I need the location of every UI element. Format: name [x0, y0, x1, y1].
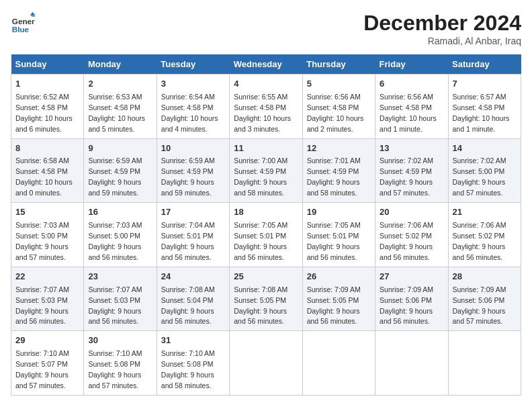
calendar-cell: 13Sunrise: 7:02 AMSunset: 4:59 PMDayligh…	[375, 138, 448, 203]
calendar-week-3: 15Sunrise: 7:03 AMSunset: 5:00 PMDayligh…	[11, 203, 521, 267]
day-info: Sunrise: 7:06 AMSunset: 5:02 PMDaylight:…	[380, 221, 433, 261]
calendar-cell: 12Sunrise: 7:01 AMSunset: 4:59 PMDayligh…	[302, 138, 375, 203]
page-header: General Blue December 2024 Ramadi, Al An…	[11, 11, 521, 46]
logo: General Blue	[11, 11, 35, 35]
weekday-header-saturday: Saturday	[448, 54, 521, 75]
calendar-cell: 21Sunrise: 7:06 AMSunset: 5:02 PMDayligh…	[448, 203, 521, 267]
day-info: Sunrise: 7:08 AMSunset: 5:05 PMDaylight:…	[234, 285, 287, 326]
calendar-cell: 27Sunrise: 7:09 AMSunset: 5:06 PMDayligh…	[375, 267, 448, 331]
calendar-cell: 4Sunrise: 6:55 AMSunset: 4:58 PMDaylight…	[230, 75, 302, 139]
day-number: 20	[380, 206, 443, 219]
day-info: Sunrise: 7:09 AMSunset: 5:05 PMDaylight:…	[307, 285, 361, 326]
day-info: Sunrise: 6:52 AMSunset: 4:58 PMDaylight:…	[15, 93, 73, 133]
day-info: Sunrise: 7:10 AMSunset: 5:08 PMDaylight:…	[161, 349, 215, 390]
day-info: Sunrise: 7:10 AMSunset: 5:08 PMDaylight:…	[88, 349, 142, 390]
day-number: 4	[234, 78, 298, 91]
day-number: 31	[161, 334, 225, 347]
calendar-cell: 10Sunrise: 6:59 AMSunset: 4:59 PMDayligh…	[157, 138, 229, 203]
calendar-cell: 30Sunrise: 7:10 AMSunset: 5:08 PMDayligh…	[84, 331, 157, 396]
day-info: Sunrise: 6:57 AMSunset: 4:58 PMDaylight:…	[453, 93, 510, 133]
calendar-cell: 14Sunrise: 7:02 AMSunset: 5:00 PMDayligh…	[448, 138, 521, 203]
calendar-cell: 24Sunrise: 7:08 AMSunset: 5:04 PMDayligh…	[157, 267, 229, 331]
day-info: Sunrise: 7:03 AMSunset: 5:00 PMDaylight:…	[15, 221, 69, 261]
day-info: Sunrise: 6:56 AMSunset: 4:58 PMDaylight:…	[307, 93, 364, 133]
day-info: Sunrise: 7:06 AMSunset: 5:02 PMDaylight:…	[453, 221, 506, 261]
calendar-table: SundayMondayTuesdayWednesdayThursdayFrid…	[11, 54, 521, 396]
calendar-cell	[230, 331, 302, 396]
day-number: 19	[307, 206, 371, 219]
calendar-cell: 2Sunrise: 6:53 AMSunset: 4:58 PMDaylight…	[84, 75, 157, 139]
calendar-cell	[302, 331, 375, 396]
day-number: 22	[15, 271, 79, 283]
day-info: Sunrise: 7:08 AMSunset: 5:04 PMDaylight:…	[161, 285, 215, 326]
calendar-cell: 7Sunrise: 6:57 AMSunset: 4:58 PMDaylight…	[448, 75, 521, 139]
day-number: 3	[161, 78, 225, 91]
day-number: 11	[234, 142, 298, 155]
calendar-cell: 29Sunrise: 7:10 AMSunset: 5:07 PMDayligh…	[11, 331, 84, 396]
day-number: 8	[15, 142, 79, 155]
weekday-header-wednesday: Wednesday	[230, 54, 302, 75]
calendar-cell: 11Sunrise: 7:00 AMSunset: 4:59 PMDayligh…	[230, 138, 302, 203]
calendar-cell: 25Sunrise: 7:08 AMSunset: 5:05 PMDayligh…	[230, 267, 302, 331]
day-number: 10	[161, 142, 225, 155]
day-number: 9	[88, 142, 152, 155]
day-number: 1	[15, 78, 79, 91]
calendar-week-4: 22Sunrise: 7:07 AMSunset: 5:03 PMDayligh…	[11, 267, 521, 331]
day-number: 27	[380, 271, 443, 283]
calendar-cell	[375, 331, 448, 396]
calendar-cell: 1Sunrise: 6:52 AMSunset: 4:58 PMDaylight…	[11, 75, 84, 139]
day-info: Sunrise: 7:02 AMSunset: 5:00 PMDaylight:…	[453, 156, 506, 197]
day-info: Sunrise: 7:03 AMSunset: 5:00 PMDaylight:…	[88, 221, 142, 261]
day-info: Sunrise: 7:05 AMSunset: 5:01 PMDaylight:…	[307, 221, 361, 261]
calendar-week-5: 29Sunrise: 7:10 AMSunset: 5:07 PMDayligh…	[11, 331, 521, 396]
month-title: December 2024	[363, 11, 521, 36]
day-number: 23	[88, 271, 152, 283]
calendar-cell: 5Sunrise: 6:56 AMSunset: 4:58 PMDaylight…	[302, 75, 375, 139]
day-info: Sunrise: 6:54 AMSunset: 4:58 PMDaylight:…	[161, 93, 218, 133]
calendar-cell: 8Sunrise: 6:58 AMSunset: 4:58 PMDaylight…	[11, 138, 84, 203]
calendar-cell: 18Sunrise: 7:05 AMSunset: 5:01 PMDayligh…	[230, 203, 302, 267]
day-number: 25	[234, 271, 298, 283]
calendar-cell: 16Sunrise: 7:03 AMSunset: 5:00 PMDayligh…	[84, 203, 157, 267]
day-number: 30	[88, 334, 152, 347]
day-info: Sunrise: 6:59 AMSunset: 4:59 PMDaylight:…	[161, 156, 215, 197]
calendar-week-1: 1Sunrise: 6:52 AMSunset: 4:58 PMDaylight…	[11, 75, 521, 139]
day-info: Sunrise: 7:02 AMSunset: 4:59 PMDaylight:…	[380, 156, 433, 197]
logo-icon: General Blue	[11, 11, 35, 35]
day-number: 24	[161, 271, 225, 283]
day-number: 15	[15, 206, 79, 219]
weekday-header-friday: Friday	[375, 54, 448, 75]
weekday-header-monday: Monday	[84, 54, 157, 75]
day-number: 14	[453, 142, 517, 155]
day-info: Sunrise: 6:59 AMSunset: 4:59 PMDaylight:…	[88, 156, 142, 197]
day-number: 6	[380, 78, 443, 91]
day-info: Sunrise: 7:05 AMSunset: 5:01 PMDaylight:…	[234, 221, 287, 261]
calendar-cell: 15Sunrise: 7:03 AMSunset: 5:00 PMDayligh…	[11, 203, 84, 267]
day-number: 18	[234, 206, 298, 219]
day-number: 26	[307, 271, 371, 283]
day-info: Sunrise: 7:07 AMSunset: 5:03 PMDaylight:…	[15, 285, 69, 326]
calendar-cell: 6Sunrise: 6:56 AMSunset: 4:58 PMDaylight…	[375, 75, 448, 139]
day-info: Sunrise: 6:55 AMSunset: 4:58 PMDaylight:…	[234, 93, 291, 133]
day-info: Sunrise: 6:58 AMSunset: 4:58 PMDaylight:…	[15, 156, 73, 197]
day-number: 17	[161, 206, 225, 219]
calendar-cell: 3Sunrise: 6:54 AMSunset: 4:58 PMDaylight…	[157, 75, 229, 139]
calendar-week-2: 8Sunrise: 6:58 AMSunset: 4:58 PMDaylight…	[11, 138, 521, 203]
calendar-cell: 19Sunrise: 7:05 AMSunset: 5:01 PMDayligh…	[302, 203, 375, 267]
day-number: 12	[307, 142, 371, 155]
day-number: 16	[88, 206, 152, 219]
day-info: Sunrise: 6:56 AMSunset: 4:58 PMDaylight:…	[380, 93, 437, 133]
calendar-cell: 31Sunrise: 7:10 AMSunset: 5:08 PMDayligh…	[157, 331, 229, 396]
day-number: 29	[15, 334, 79, 347]
title-area: December 2024 Ramadi, Al Anbar, Iraq	[363, 11, 521, 46]
calendar-cell: 23Sunrise: 7:07 AMSunset: 5:03 PMDayligh…	[84, 267, 157, 331]
day-info: Sunrise: 7:00 AMSunset: 4:59 PMDaylight:…	[234, 156, 287, 197]
day-info: Sunrise: 7:07 AMSunset: 5:03 PMDaylight:…	[88, 285, 142, 326]
day-number: 5	[307, 78, 371, 91]
weekday-header-tuesday: Tuesday	[157, 54, 229, 75]
day-number: 21	[453, 206, 517, 219]
day-number: 28	[453, 271, 517, 283]
location: Ramadi, Al Anbar, Iraq	[363, 36, 521, 46]
weekday-header-sunday: Sunday	[11, 54, 84, 75]
calendar-cell	[448, 331, 521, 396]
